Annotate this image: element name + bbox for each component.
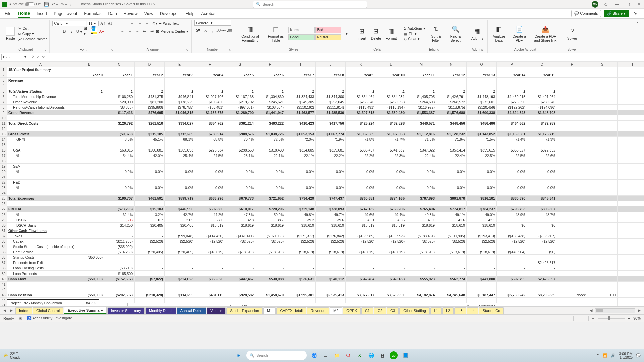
cell[interactable]: $5,780,242 — [497, 292, 527, 298]
cell[interactable]: - — [467, 265, 497, 271]
cell[interactable] — [135, 287, 165, 292]
cell[interactable] — [104, 201, 135, 206]
cell[interactable]: - — [165, 164, 195, 169]
cell[interactable]: $1,364,464 — [346, 94, 376, 99]
sheet-tab-capex-detail[interactable]: CAPEX detail — [276, 307, 306, 314]
cell[interactable]: $219,702 — [225, 99, 255, 105]
cell[interactable] — [316, 298, 346, 303]
cell[interactable] — [527, 67, 557, 72]
cell[interactable]: - — [285, 260, 316, 265]
menu-tab-developer[interactable]: Developer — [160, 10, 179, 17]
row-label[interactable]: % — [7, 185, 74, 190]
cell[interactable]: 40.1 — [346, 217, 376, 223]
copy-button[interactable]: ⧉Copy ▾ — [18, 32, 47, 36]
cell[interactable] — [497, 190, 527, 196]
cell[interactable] — [587, 265, 618, 271]
cell[interactable] — [557, 180, 587, 185]
formula-bar[interactable] — [47, 53, 644, 61]
cell[interactable] — [436, 126, 467, 131]
cell[interactable] — [74, 105, 104, 110]
clock-date[interactable]: 1/8/2025 — [619, 356, 633, 359]
cell[interactable] — [376, 228, 406, 233]
row-header-37[interactable]: 37 — [0, 260, 7, 265]
row-header-40[interactable]: 40 — [0, 276, 7, 282]
col-header-E[interactable]: E — [165, 62, 195, 67]
cell[interactable]: 23.1% — [225, 153, 255, 158]
cell[interactable]: - — [225, 180, 255, 185]
cell[interactable]: 1 — [316, 88, 346, 94]
cell[interactable] — [285, 201, 316, 206]
cell[interactable]: 0.0% — [376, 169, 406, 174]
row-header-19[interactable]: 19 — [0, 164, 7, 169]
sheet-nav-prev-icon[interactable]: ◀ — [2, 308, 7, 313]
cell[interactable]: - — [376, 244, 406, 249]
horizontal-scrollbar[interactable] — [595, 308, 635, 313]
cell[interactable]: ($169,069) — [255, 233, 285, 239]
cell[interactable] — [376, 142, 406, 147]
cell[interactable]: - — [225, 244, 255, 249]
cell[interactable] — [587, 88, 618, 94]
cell[interactable] — [225, 228, 255, 233]
cell[interactable]: - — [346, 271, 376, 276]
cell[interactable] — [557, 121, 587, 126]
cell[interactable]: ($116,922) — [406, 105, 436, 110]
col-header-G[interactable]: G — [225, 62, 255, 67]
cell[interactable] — [74, 228, 104, 233]
cell[interactable]: ($18,619) — [316, 249, 346, 255]
row-label[interactable]: Cash Flow — [7, 276, 74, 282]
cell[interactable]: ($2,520) — [135, 239, 165, 244]
cell[interactable]: $1,463,577 — [285, 110, 316, 115]
cell[interactable] — [255, 282, 285, 287]
accounting-icon[interactable]: $▾ — [195, 27, 201, 34]
row-header-13[interactable]: 13 — [0, 131, 7, 137]
style-bad[interactable]: Bad — [315, 27, 341, 33]
cell[interactable] — [225, 126, 255, 131]
cell[interactable]: ($18,619) — [285, 249, 316, 255]
cell[interactable] — [376, 158, 406, 164]
cell[interactable] — [316, 174, 346, 180]
cell[interactable] — [346, 83, 376, 88]
cell[interactable]: ($20,405) — [135, 249, 165, 255]
cell[interactable]: - — [497, 265, 527, 271]
row-header-15[interactable]: 15 — [0, 142, 7, 147]
cell[interactable] — [376, 298, 406, 303]
row-label[interactable]: Gross Profit — [7, 131, 74, 137]
cell[interactable] — [557, 201, 587, 206]
cell[interactable]: $801,870 — [436, 196, 467, 201]
cell[interactable]: 3.2% — [135, 212, 165, 217]
view-pagebreak-icon[interactable] — [583, 316, 589, 321]
cell[interactable]: 42.0% — [135, 153, 165, 158]
align-bottom-icon[interactable]: ≡ — [144, 20, 151, 27]
col-header-K[interactable]: K — [346, 62, 376, 67]
row-label[interactable]: CapEx — [7, 239, 74, 244]
cell[interactable]: $114,295 — [165, 292, 195, 298]
cell[interactable] — [7, 190, 74, 196]
row-header-45[interactable]: 45 — [0, 303, 7, 307]
cell[interactable]: $18,619 — [376, 223, 406, 228]
cell[interactable] — [527, 126, 557, 131]
align-center-icon[interactable]: ≡ — [126, 28, 133, 35]
cell[interactable] — [135, 255, 165, 260]
minimize-icon[interactable]: — — [613, 2, 620, 7]
cell[interactable]: ($3,710) — [104, 265, 135, 271]
cell[interactable]: $18,619 — [406, 223, 436, 228]
cell[interactable] — [255, 158, 285, 164]
comma-icon[interactable]: , — [209, 27, 216, 34]
cell[interactable] — [527, 174, 557, 180]
cell[interactable]: $1,485,530 — [316, 110, 346, 115]
cell[interactable] — [497, 115, 527, 121]
cell[interactable] — [7, 142, 74, 147]
col-header-M[interactable]: M — [406, 62, 436, 67]
cell[interactable]: 1 — [527, 88, 557, 94]
upwork-icon[interactable]: up — [390, 351, 398, 359]
row-label[interactable]: GP % — [7, 137, 74, 142]
sheet-tab-visuals[interactable]: Visuals — [207, 307, 226, 314]
cell[interactable] — [135, 67, 165, 72]
cell[interactable] — [225, 287, 255, 292]
col-header-P[interactable]: P — [497, 62, 527, 67]
cell[interactable]: ($108,534) — [255, 105, 285, 110]
cell[interactable]: ($18,619) — [436, 249, 467, 255]
cell[interactable]: - — [497, 180, 527, 185]
cell[interactable] — [587, 271, 618, 276]
align-top-icon[interactable]: ≡ — [129, 20, 136, 27]
